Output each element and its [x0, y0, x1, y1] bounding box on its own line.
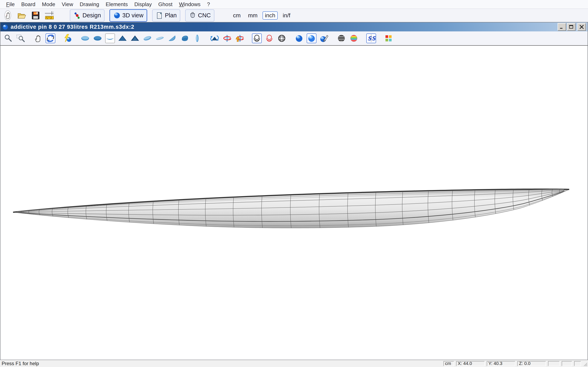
- open-folder-icon[interactable]: [16, 10, 27, 21]
- main-toolbar: 10 Design3D viewPlanCNC cmmminchin/f: [0, 9, 588, 22]
- surfboard-3d-render: [0, 46, 588, 360]
- wizard-hand-icon[interactable]: [2, 10, 13, 21]
- status-field-empty-5: [562, 361, 572, 366]
- app-sphere-icon: [2, 24, 9, 30]
- menu-?[interactable]: ?: [204, 1, 213, 8]
- coordinate-fields: cmX: 44.0Y: 40.3Z: 0.0: [443, 361, 581, 366]
- plan-button[interactable]: Plan: [152, 9, 180, 22]
- menu-mode[interactable]: Mode: [39, 1, 58, 8]
- viewport-3d[interactable]: [0, 46, 588, 360]
- unit-cm[interactable]: cm: [231, 11, 243, 20]
- svg-text:1: 1: [47, 17, 48, 19]
- resize-grip[interactable]: [583, 362, 588, 367]
- menu-drawing[interactable]: Drawing: [76, 1, 102, 8]
- view-top-icon[interactable]: [80, 33, 90, 43]
- design-nodes-icon: [73, 12, 81, 19]
- sphere-3d-icon: [113, 12, 121, 19]
- menu-view[interactable]: View: [58, 1, 76, 8]
- mode-button-group: Design3D viewPlanCNC: [70, 9, 219, 22]
- shaded-sphere-current-icon[interactable]: [307, 33, 316, 43]
- view-persp-blob-icon[interactable]: [180, 33, 190, 43]
- view-back-icon[interactable]: [130, 33, 140, 43]
- pan-hand-icon[interactable]: [33, 33, 43, 43]
- status-field-y: Y: 40.3: [487, 361, 515, 366]
- menu-board[interactable]: Board: [18, 1, 39, 8]
- application-window: FileBoardModeViewDrawingElementsDisplayG…: [0, 0, 588, 367]
- zebra-shading-icon[interactable]: [337, 33, 346, 43]
- shaded-sphere-icon[interactable]: [294, 33, 304, 43]
- maximize-button[interactable]: [567, 23, 576, 31]
- status-help-text: Press F1 for help: [0, 361, 39, 366]
- wireframe-contour-red-icon[interactable]: [264, 33, 274, 43]
- mode-button-label: CNC: [198, 12, 211, 19]
- document-titlebar[interactable]: addictive pin 8 0 27 93litres R213mm.s3d…: [0, 22, 588, 31]
- symmetry-toggle-icon[interactable]: SS: [366, 33, 376, 43]
- rotate-vertical-icon[interactable]: [234, 33, 244, 43]
- menu-windows[interactable]: Windows: [176, 1, 204, 8]
- rotate-view-icon[interactable]: [45, 33, 55, 43]
- mode-button-label: Plan: [165, 12, 177, 19]
- minimize-button[interactable]: [558, 23, 566, 31]
- view-persp-top-icon[interactable]: [143, 33, 152, 43]
- cnc-button[interactable]: CNC: [185, 9, 214, 22]
- menu-file[interactable]: File: [3, 1, 18, 8]
- design-button[interactable]: Design: [70, 9, 104, 22]
- file-icon-group: 10: [2, 10, 58, 21]
- zoom-icon[interactable]: [3, 33, 13, 43]
- view-side-icon[interactable]: [105, 33, 115, 43]
- svg-text:0: 0: [51, 17, 52, 19]
- minimize-icon: [559, 25, 564, 29]
- document-window: addictive pin 8 0 27 93litres R213mm.s3d…: [0, 22, 588, 360]
- unit-toggle-group: cmmminchin/f: [231, 11, 293, 20]
- design-overlay-icon[interactable]: [319, 33, 329, 43]
- unit-in-f[interactable]: in/f: [281, 11, 293, 20]
- curvature-shading-icon[interactable]: [349, 33, 359, 43]
- close-icon: [579, 25, 584, 29]
- wireframe-contour-icon[interactable]: [252, 33, 262, 43]
- status-field-x: X: 44.0: [456, 361, 485, 366]
- 3d-view-button[interactable]: 3D view: [109, 9, 147, 22]
- view-front-icon[interactable]: [118, 33, 127, 43]
- view-persp-quarter-icon[interactable]: [167, 33, 177, 43]
- menu-elements[interactable]: Elements: [103, 1, 131, 8]
- unit-inch[interactable]: inch: [263, 11, 277, 20]
- unit-mm[interactable]: mm: [246, 11, 260, 20]
- menu-bar: FileBoardModeViewDrawingElementsDisplayG…: [0, 0, 588, 9]
- wireframe-sphere-icon[interactable]: [277, 33, 287, 43]
- cnc-bit-icon: [189, 12, 196, 19]
- mode-button-label: 3D view: [122, 12, 143, 19]
- status-field-empty-6: [574, 361, 581, 366]
- rotate-horizontal-icon[interactable]: [222, 33, 232, 43]
- close-button[interactable]: [577, 23, 586, 31]
- status-bar: Press F1 for help cmX: 44.0Y: 40.3Z: 0.0: [0, 360, 588, 367]
- maximize-icon: [569, 25, 574, 29]
- document-title: addictive pin 8 0 27 93litres R213mm.s3d…: [11, 24, 134, 30]
- status-field-empty-4: [548, 361, 560, 366]
- menu-ghost[interactable]: Ghost: [155, 1, 176, 8]
- render-light-icon[interactable]: [63, 33, 73, 43]
- zoom-window-icon[interactable]: [16, 33, 26, 43]
- view-persp-side-icon[interactable]: [155, 33, 165, 43]
- view-toolbar: SS: [0, 31, 588, 46]
- measurements-icon[interactable]: 10: [44, 10, 55, 21]
- plan-document-icon: [156, 12, 163, 19]
- view-front-ellipse-icon[interactable]: [192, 33, 202, 43]
- status-field-z: Z: 0.0: [517, 361, 546, 366]
- save-icon[interactable]: [30, 10, 41, 21]
- rotate-front-icon[interactable]: [210, 33, 219, 43]
- mode-button-label: Design: [82, 12, 101, 19]
- view-bottom-icon[interactable]: [93, 33, 103, 43]
- color-tiles-icon[interactable]: [384, 33, 393, 43]
- window-controls: [558, 23, 586, 31]
- svg-text:S: S: [372, 35, 376, 42]
- status-field-cm: cm: [443, 361, 454, 366]
- menu-display[interactable]: Display: [131, 1, 155, 8]
